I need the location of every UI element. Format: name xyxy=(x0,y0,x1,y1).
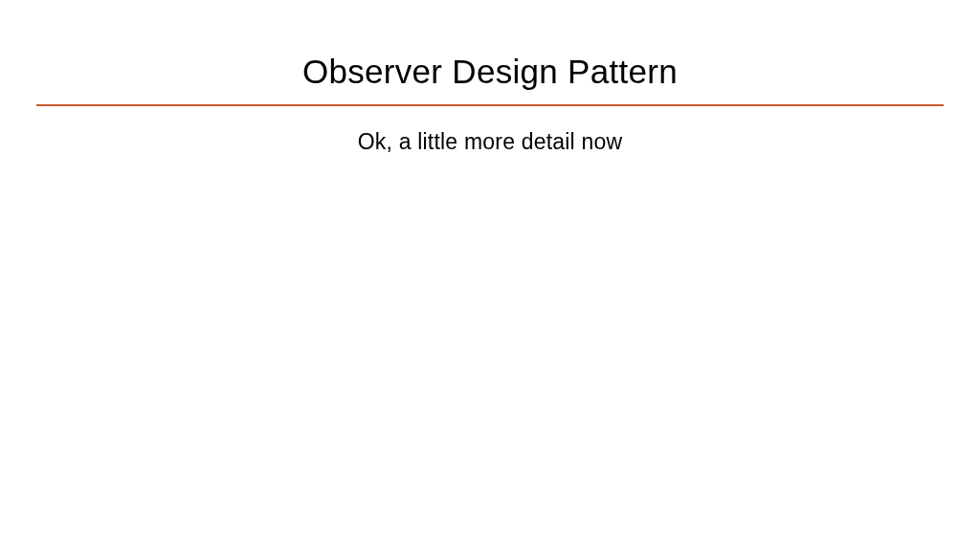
slide-title: Observer Design Pattern xyxy=(0,53,980,91)
slide-subtitle: Ok, a little more detail now xyxy=(0,129,980,155)
title-divider xyxy=(36,104,944,106)
slide-container: Observer Design Pattern Ok, a little mor… xyxy=(0,0,980,551)
